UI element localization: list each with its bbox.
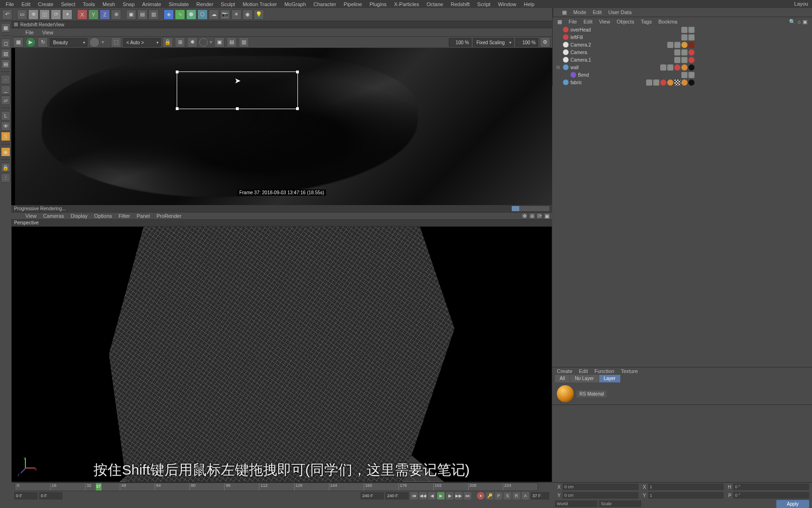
scale-x-field[interactable]: 1 <box>648 484 724 490</box>
mat-tab-no-layer[interactable]: No Layer <box>570 375 599 382</box>
move-icon[interactable]: ✥ <box>28 9 39 20</box>
layout-tab[interactable]: Layou <box>790 0 812 8</box>
object-tree[interactable]: overHead✓leftFill✓Camera.2✓Camera✓Camera… <box>553 26 812 86</box>
menu-pipeline[interactable]: Pipeline <box>340 0 366 8</box>
snapshot-c-icon[interactable]: ▥ <box>239 37 249 48</box>
menu-tools[interactable]: Tools <box>79 0 99 8</box>
crop-icon[interactable]: ⬚ <box>111 37 121 48</box>
grid-icon[interactable]: ⊞ <box>175 37 185 48</box>
home-icon[interactable]: ⌂ <box>797 19 801 25</box>
vp-menu-options[interactable]: Options <box>94 213 112 219</box>
vp-orbit-icon[interactable]: ⟳ <box>536 213 543 219</box>
render-menu-file[interactable]: File <box>25 30 34 35</box>
menu-plugins[interactable]: Plugins <box>366 0 390 8</box>
y-axis-lock-icon[interactable]: Y <box>88 9 99 20</box>
texture-mode-icon[interactable]: ▧ <box>1 49 10 58</box>
pos-x-field[interactable]: 0 cm <box>562 484 639 490</box>
viewport[interactable]: Y X Z <box>11 226 552 482</box>
channel-dropdown[interactable]: Beauty <box>50 38 87 47</box>
menu-motion tracker[interactable]: Motion Tracker <box>239 0 281 8</box>
menu-snap[interactable]: Snap <box>119 0 139 8</box>
misc-icon[interactable]: ⋮ <box>1 173 10 183</box>
coord-mode1[interactable]: World <box>555 500 597 507</box>
vp-menu-filter[interactable]: Filter <box>118 213 130 219</box>
environment-icon[interactable]: ☁ <box>209 9 219 20</box>
workplane-snap-icon[interactable]: ◉ <box>1 147 10 157</box>
prev-key-icon[interactable]: ◀◀ <box>419 492 427 500</box>
make-editable-icon[interactable]: ▦ <box>1 23 10 32</box>
settings-gear-icon[interactable]: ⚙ <box>540 37 550 48</box>
next-key-icon[interactable]: ▶▶ <box>455 492 462 500</box>
goto-start-icon[interactable]: ⏮ <box>410 492 418 500</box>
tl-end-field[interactable]: 240 F <box>360 492 384 500</box>
bulb-icon[interactable]: 💡 <box>254 9 264 20</box>
key-s-icon[interactable]: S <box>504 492 511 500</box>
vp-pan-icon[interactable]: ✥ <box>521 213 528 219</box>
key-a-icon[interactable]: A <box>522 492 529 500</box>
vp-menu-prorender[interactable]: ProRender <box>156 213 181 219</box>
mat-menu-texture[interactable]: Texture <box>621 368 638 374</box>
search-icon[interactable]: 🔍 <box>789 19 796 25</box>
timeline-ruler[interactable]: 37 0163248648096112128144160176192208224 <box>15 483 538 491</box>
attrib-edit[interactable]: Edit <box>593 9 602 15</box>
vp-menu-panel[interactable]: Panel <box>137 213 150 219</box>
obj-menu-bookma[interactable]: Bookma <box>658 19 677 24</box>
menu-character[interactable]: Character <box>310 0 340 8</box>
prev-frame-icon[interactable]: ◀ <box>428 492 436 500</box>
auto-dropdown[interactable]: < Auto > <box>123 38 161 47</box>
current-frame-field[interactable]: 37 F <box>531 492 549 500</box>
cube-icon[interactable]: ◈ <box>164 9 174 20</box>
obj-row-overhead[interactable]: overHead✓ <box>553 26 812 33</box>
mat-menu-create[interactable]: Create <box>557 368 572 374</box>
obj-menu-view[interactable]: View <box>599 19 610 24</box>
rot-p-field[interactable]: 0 ° <box>733 492 809 499</box>
coord-sys-icon[interactable]: ⊕ <box>111 9 121 20</box>
ipr-start-icon[interactable]: ▶ <box>25 37 36 48</box>
render-region-icon[interactable]: ▤ <box>137 9 148 20</box>
vp-zoom-icon[interactable]: ⊕ <box>529 213 535 219</box>
generator-icon[interactable]: ⬢ <box>186 9 196 20</box>
render-menu-view[interactable]: View <box>42 30 54 35</box>
render-view[interactable]: ➤ Frame 37: 2018-09-03 13:47:16 (18.55s) <box>11 48 552 205</box>
mat-menu-function[interactable]: Function <box>594 368 614 374</box>
tl-cur2-field[interactable]: 0 F <box>39 492 62 500</box>
aov-icon[interactable] <box>89 37 100 48</box>
mat-menu-edit[interactable]: Edit <box>579 368 588 374</box>
obj-row-camera[interactable]: Camera✓ <box>553 48 812 56</box>
menu-script[interactable]: Script <box>474 0 494 8</box>
obj-menu-tags[interactable]: Tags <box>641 19 652 24</box>
play-icon[interactable]: ▶ <box>437 492 445 500</box>
scaling-value-field[interactable]: 100 % <box>515 38 538 47</box>
obj-menu-file[interactable]: File <box>569 19 577 24</box>
region-marquee[interactable] <box>177 71 298 109</box>
ipr-lock-icon[interactable]: ▦ <box>13 37 23 48</box>
lock2-icon[interactable]: 🔒 <box>163 37 173 48</box>
last-tool-icon[interactable]: ✦ <box>62 9 72 20</box>
material-label[interactable]: RS Material <box>577 390 607 397</box>
menu-sculpt[interactable]: Sculpt <box>217 0 239 8</box>
scale-icon[interactable]: ◫ <box>39 9 50 20</box>
menu-help[interactable]: Help <box>520 0 539 8</box>
snapshot-a-icon[interactable]: ▣ <box>214 37 225 48</box>
autokey-icon[interactable]: 🔑 <box>486 492 493 500</box>
menu-x-particles[interactable]: X-Particles <box>390 0 423 8</box>
vp-max-icon[interactable]: ▣ <box>544 213 550 219</box>
obj-row-leftfill[interactable]: leftFill✓ <box>553 33 812 41</box>
obj-row-fabric[interactable]: fabric✓ <box>553 79 812 86</box>
goto-end-icon[interactable]: ⏭ <box>464 492 471 500</box>
obj-row-bend[interactable]: Bend✓ <box>553 71 812 79</box>
menu-edit[interactable]: Edit <box>18 0 34 8</box>
vp-menu-display[interactable]: Display <box>70 213 87 219</box>
key-r-icon[interactable]: R <box>513 492 520 500</box>
rs-icon[interactable]: ◉ <box>242 9 253 20</box>
z-axis-lock-icon[interactable]: Z <box>100 9 110 20</box>
record-icon[interactable]: ● <box>477 492 484 500</box>
snowflake-icon[interactable]: ✱ <box>187 37 197 48</box>
menu-select[interactable]: Select <box>57 0 79 8</box>
attrib-userdata[interactable]: User Data <box>609 9 632 15</box>
menu-window[interactable]: Window <box>494 0 520 8</box>
playhead[interactable]: 37 <box>96 483 102 491</box>
next-frame-icon[interactable]: ▶ <box>446 492 453 500</box>
menu-mesh[interactable]: Mesh <box>99 0 119 8</box>
deformer-icon[interactable]: ⬡ <box>197 9 208 20</box>
